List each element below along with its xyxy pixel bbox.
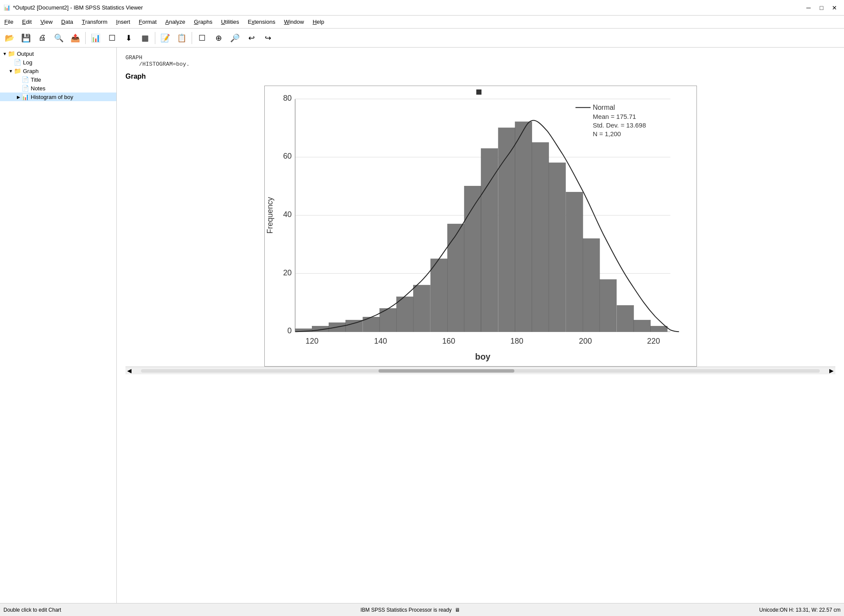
- svg-rect-37: [600, 280, 616, 332]
- menu-transform[interactable]: Transform: [77, 16, 112, 28]
- svg-text:220: 220: [647, 337, 660, 345]
- sidebar-label-log: Log: [23, 59, 32, 66]
- syntax-block: GRAPH /HISTOGRAM=boy.: [125, 54, 835, 67]
- svg-rect-38: [617, 305, 634, 332]
- svg-text:40: 40: [283, 210, 292, 219]
- scroll-right-btn[interactable]: ▶: [828, 367, 835, 374]
- menu-graphs[interactable]: Graphs: [189, 16, 217, 28]
- menu-data[interactable]: Data: [57, 16, 77, 28]
- svg-rect-25: [396, 297, 413, 332]
- content-inner: GRAPH /HISTOGRAM=boy. Graph: [117, 48, 844, 603]
- svg-rect-28: [447, 224, 464, 332]
- close-button[interactable]: ✕: [828, 2, 841, 14]
- histogram-svg: 0 20 40 60 80 Frequency 120: [265, 86, 696, 366]
- svg-text:N = 1,200: N = 1,200: [593, 130, 621, 137]
- scroll-left-btn[interactable]: ◀: [125, 367, 133, 374]
- scroll-thumb[interactable]: [379, 369, 514, 373]
- menu-extensions[interactable]: Extensions: [244, 16, 280, 28]
- main-layout: ▼ 📁 Output 📄 Log ▼ 📁 Graph 📄 Title 📄 Not…: [0, 48, 844, 603]
- search-button[interactable]: 🔎: [227, 30, 243, 46]
- menu-analyze[interactable]: Analyze: [161, 16, 189, 28]
- svg-rect-46: [476, 89, 481, 95]
- svg-text:160: 160: [442, 337, 455, 345]
- sidebar-label-title: Title: [31, 77, 41, 83]
- sidebar-label-histogram: Histogram of boy: [31, 94, 73, 100]
- chart-container[interactable]: 0 20 40 60 80 Frequency 120: [264, 86, 697, 367]
- processor-icon: 🖥: [455, 607, 460, 613]
- toolbar-sep-1: [85, 32, 86, 44]
- toolbar-sep-3: [192, 32, 192, 44]
- table-button[interactable]: ▦: [137, 30, 153, 46]
- menu-window[interactable]: Window: [279, 16, 308, 28]
- find-button[interactable]: 🔍: [51, 30, 67, 46]
- export-button[interactable]: 📤: [67, 30, 83, 46]
- toggle-histogram[interactable]: ▶: [16, 95, 22, 99]
- maximize-button[interactable]: □: [815, 2, 828, 14]
- toggle-title: [16, 77, 22, 82]
- graph-folder-icon: 📁: [14, 67, 21, 74]
- toggle-notes: [16, 86, 22, 91]
- minimize-button[interactable]: ─: [802, 2, 815, 14]
- menu-insert[interactable]: Insert: [112, 16, 135, 28]
- menu-file[interactable]: File: [0, 16, 18, 28]
- svg-text:boy: boy: [475, 352, 490, 361]
- log-icon: 📄: [14, 59, 21, 66]
- graph-heading: Graph: [125, 73, 835, 80]
- histogram-icon: 📊: [22, 93, 29, 100]
- toggle-graph[interactable]: ▼: [8, 69, 14, 73]
- title-bar-left: 📊 *Output2 [Document2] - IBM SPSS Statis…: [3, 4, 143, 11]
- report-button[interactable]: 📊: [88, 30, 103, 46]
- sidebar-item-output[interactable]: ▼ 📁 Output: [0, 49, 116, 58]
- svg-text:60: 60: [283, 152, 292, 160]
- sidebar-item-graph[interactable]: ▼ 📁 Graph: [0, 67, 116, 75]
- svg-rect-39: [633, 320, 650, 332]
- sidebar-item-notes[interactable]: 📄 Notes: [0, 84, 116, 93]
- status-bar: Double click to edit Chart IBM SPSS Stat…: [0, 603, 844, 616]
- sidebar-item-log[interactable]: 📄 Log: [0, 58, 116, 67]
- toggle-output[interactable]: ▼: [2, 51, 8, 56]
- menu-help[interactable]: Help: [308, 16, 329, 28]
- svg-rect-36: [583, 239, 600, 332]
- open-button[interactable]: 📂: [2, 30, 17, 46]
- box-button[interactable]: ☐: [194, 30, 210, 46]
- svg-rect-33: [532, 143, 549, 332]
- svg-text:Normal: Normal: [593, 104, 615, 111]
- output-icon: 📁: [8, 50, 15, 57]
- sidebar-item-histogram[interactable]: ▶ 📊 Histogram of boy: [0, 93, 116, 101]
- sidebar-item-title[interactable]: 📄 Title: [0, 75, 116, 84]
- svg-text:80: 80: [283, 94, 292, 102]
- note-button[interactable]: 📋: [174, 30, 189, 46]
- redo-button[interactable]: ↪: [260, 30, 276, 46]
- toolbar: 📂 💾 🖨 🔍 📤 📊 ☐ ⬇ ▦ 📝 📋 ☐ ⊕ 🔎 ↩ ↪: [0, 29, 844, 48]
- svg-text:140: 140: [374, 337, 387, 345]
- insert-table-button[interactable]: ⬇: [121, 30, 136, 46]
- sidebar-label-graph: Graph: [23, 68, 39, 74]
- status-center: IBM SPSS Statistics Processor is ready 🖥: [360, 607, 460, 613]
- select-button[interactable]: ☐: [104, 30, 120, 46]
- svg-text:0: 0: [287, 326, 292, 335]
- text-button[interactable]: 📝: [157, 30, 173, 46]
- content-area[interactable]: GRAPH /HISTOGRAM=boy. Graph: [117, 48, 844, 603]
- menu-edit[interactable]: Edit: [18, 16, 36, 28]
- status-left: Double click to edit Chart: [3, 607, 61, 613]
- toggle-log: [8, 60, 14, 65]
- svg-text:200: 200: [579, 337, 592, 345]
- syntax-line2: /HISTOGRAM=boy.: [125, 61, 835, 67]
- menu-utilities[interactable]: Utilities: [217, 16, 244, 28]
- svg-rect-26: [413, 285, 430, 332]
- print-button[interactable]: 🖨: [35, 30, 50, 46]
- scroll-track[interactable]: [141, 369, 820, 373]
- syntax-line1: GRAPH: [125, 54, 835, 61]
- horizontal-scrollbar[interactable]: ◀ ▶: [125, 367, 835, 374]
- svg-rect-30: [481, 149, 497, 332]
- menu-view[interactable]: View: [36, 16, 57, 28]
- status-right: Unicode:ON H: 13.31, W: 22.57 cm: [759, 607, 841, 613]
- title-icon: 📄: [22, 76, 29, 83]
- zoom-button[interactable]: ⊕: [211, 30, 226, 46]
- save-button[interactable]: 💾: [18, 30, 34, 46]
- sidebar: ▼ 📁 Output 📄 Log ▼ 📁 Graph 📄 Title 📄 Not…: [0, 48, 117, 603]
- toolbar-sep-2: [155, 32, 155, 44]
- svg-text:Frequency: Frequency: [266, 197, 274, 234]
- undo-button[interactable]: ↩: [244, 30, 259, 46]
- menu-format[interactable]: Format: [135, 16, 161, 28]
